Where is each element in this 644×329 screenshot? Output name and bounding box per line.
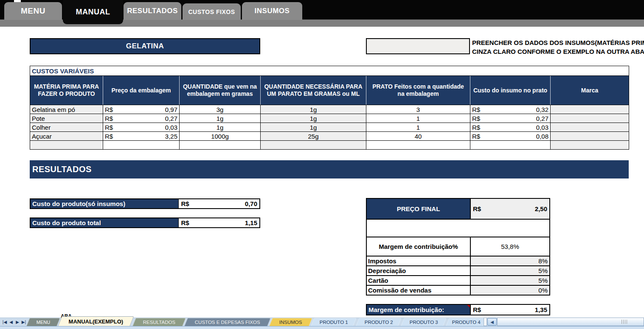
- cell-qty-package[interactable]: [180, 141, 261, 150]
- top-tab-custos-fixos[interactable]: CUSTOS FIXOS: [183, 3, 241, 20]
- sheet-tab-manual-exemplo-active[interactable]: MANUAL(EXEMPLO): [58, 316, 134, 326]
- table-row-empty: [30, 141, 629, 150]
- cell-qty-needed[interactable]: 25g: [261, 132, 366, 141]
- top-tab-resultados[interactable]: RESULTADOS: [124, 2, 181, 20]
- cell-qty-package[interactable]: 1000g: [180, 132, 261, 141]
- tab-scrollbar-splitter[interactable]: [484, 318, 487, 326]
- cell-qty-needed[interactable]: 1g: [261, 105, 366, 114]
- cell-plates[interactable]: [366, 141, 470, 150]
- margin-percent-value[interactable]: 53,8%: [470, 237, 549, 256]
- cell-plates[interactable]: 40: [366, 132, 470, 141]
- cell-plates[interactable]: 1: [366, 114, 470, 123]
- table-row: Gelatina em pó R$0,97 3g 1g 3 R$0,32: [30, 105, 629, 114]
- results-banner: RESULTADOS: [30, 160, 629, 178]
- cell-cost[interactable]: R$0,08: [470, 132, 551, 141]
- cell-brand[interactable]: [551, 132, 629, 141]
- deduction-value[interactable]: 0%: [470, 286, 549, 295]
- example-gray-input-box[interactable]: [366, 38, 470, 54]
- deduction-row-depreciacao: Depreciação 5%: [367, 265, 549, 275]
- sheet-nav-last-icon[interactable]: ▶|: [21, 318, 27, 325]
- cell-cost[interactable]: R$0,27: [470, 114, 551, 123]
- deduction-value[interactable]: 5%: [470, 276, 549, 285]
- cell-name[interactable]: Açucar: [30, 132, 103, 141]
- cost-insumos-row: Custo do produto(só insumos) R$0,70: [30, 198, 260, 209]
- header-preco-embalagem: Preço da embalagem: [103, 76, 180, 105]
- margin-contribution-value[interactable]: R$1,35: [470, 305, 549, 315]
- deduction-value[interactable]: 8%: [470, 257, 549, 265]
- spreadsheet-window: MENU MANUAL RESULTADOS CUSTOS FIXOS INSU…: [0, 0, 644, 329]
- sheet-tab-insumos[interactable]: INSUMOS: [269, 318, 312, 326]
- margin-percent-label: Margem de contribuição%: [367, 237, 470, 256]
- final-price-value[interactable]: R$2,50: [470, 199, 549, 219]
- cell-price[interactable]: R$3,25: [103, 132, 180, 141]
- window-bottom-strip: [0, 326, 644, 329]
- deduction-label: Comissão de vendas: [367, 286, 470, 295]
- deduction-value[interactable]: 5%: [470, 266, 549, 275]
- pricing-empty-row: [367, 219, 549, 237]
- header-materia-prima: MATÉRIA PRIMA PARA FAZER O PRODUTO: [30, 76, 103, 105]
- cell-name[interactable]: Colher: [30, 123, 103, 132]
- deduction-label: Cartão: [367, 276, 470, 285]
- top-tab-menu[interactable]: MENU: [4, 2, 62, 20]
- product-title-banner: GELATINA: [30, 38, 260, 54]
- table-row: Pote R$0,27 1g 1g 1 R$0,27: [30, 114, 629, 123]
- sheet-tab-menu[interactable]: MENU: [26, 318, 60, 326]
- cell-qty-needed[interactable]: 1g: [261, 123, 366, 132]
- comment-indicator-icon: [467, 305, 470, 308]
- cell-brand[interactable]: [551, 123, 629, 132]
- cost-insumos-label: Custo do produto(só insumos): [31, 199, 178, 208]
- table-row: Açucar R$3,25 1000g 25g 40 R$0,08: [30, 132, 629, 141]
- cell-brand[interactable]: [551, 141, 629, 150]
- instructions-line-1: PREENCHER OS DADOS DOS INSUMOS(MATÉRIAS …: [472, 38, 644, 47]
- deduction-row-impostos: Impostos 8%: [367, 256, 549, 265]
- final-price-label: PREÇO FINAL: [367, 199, 470, 219]
- cell-price[interactable]: R$0,03: [103, 123, 180, 132]
- cell-plates[interactable]: 1: [366, 123, 470, 132]
- cell-qty-package[interactable]: 1g: [180, 123, 261, 132]
- cell-qty-needed[interactable]: 1g: [261, 114, 366, 123]
- cell-qty-package[interactable]: 1g: [180, 114, 261, 123]
- sheet-nav-next-icon[interactable]: ▶: [14, 318, 20, 325]
- table-title: CUSTOS VARIÁVEIS: [30, 66, 629, 76]
- cell-qty-needed[interactable]: [261, 141, 366, 150]
- header-marca: Marca: [551, 76, 629, 105]
- table-header-row: MATÉRIA PRIMA PARA FAZER O PRODUTO Preço…: [30, 76, 629, 105]
- sheet-tab-produto-3[interactable]: PRODUTO 3: [401, 318, 447, 326]
- cost-insumos-value[interactable]: R$0,70: [178, 199, 259, 208]
- sheet-tab-resultados[interactable]: RESULTADOS: [132, 318, 186, 326]
- cell-qty-package[interactable]: 3g: [180, 105, 261, 114]
- top-tab-insumos[interactable]: INSUMOS: [242, 2, 302, 20]
- deduction-row-comissao: Comissão de vendas 0%: [367, 285, 549, 295]
- cost-total-value[interactable]: R$1,15: [178, 218, 259, 227]
- deduction-row-cartao: Cartão 5%: [367, 275, 549, 285]
- cell-name[interactable]: Gelatina em pó: [30, 105, 103, 114]
- deduction-label: Depreciação: [367, 266, 470, 275]
- sheet-nav-first-icon[interactable]: |◀: [2, 318, 8, 325]
- final-price-row: PREÇO FINAL R$2,50: [367, 199, 549, 219]
- sheet-tab-produto-1[interactable]: PRODUTO 1: [311, 318, 357, 326]
- cell-name[interactable]: [30, 141, 103, 150]
- cell-cost[interactable]: [470, 141, 551, 150]
- sheet-tab-produto-4[interactable]: PRODUTO 4: [446, 318, 487, 326]
- cell-name[interactable]: Pote: [30, 114, 103, 123]
- header-quantidade-necessaria: QUANTIDADE NECESSÁRIA PARA UM PARATO EM …: [261, 76, 366, 105]
- cell-plates[interactable]: 3: [366, 105, 470, 114]
- cell-cost[interactable]: R$0,03: [470, 123, 551, 132]
- cell-price[interactable]: R$0,27: [103, 114, 180, 123]
- top-tab-manual-active[interactable]: MANUAL: [63, 0, 123, 24]
- cell-brand[interactable]: [551, 114, 629, 123]
- sheet-tab-produto-2[interactable]: PRODUTO 2: [356, 318, 402, 326]
- cell-price[interactable]: R$0,97: [103, 105, 180, 114]
- cell-cost[interactable]: R$0,32: [470, 105, 551, 114]
- sheet-nav-prev-icon[interactable]: ◀: [8, 318, 14, 325]
- cost-total-row: Custo do produto total R$1,15: [30, 217, 260, 228]
- cell-price[interactable]: [103, 141, 180, 150]
- cell-brand[interactable]: [551, 105, 629, 114]
- header-pratos-feitos: PRATO Feitos com a quantidade na embalag…: [366, 76, 470, 105]
- instructions-line-2: CINZA CLARO CONFORME O EXEMPLO NA OUTRA …: [472, 47, 644, 56]
- scrollbar-grip-icon[interactable]: [622, 320, 628, 324]
- margin-percent-row: Margem de contribuição% 53,8%: [367, 237, 549, 256]
- variable-costs-table: CUSTOS VARIÁVEIS MATÉRIA PRIMA PARA FAZE…: [30, 66, 629, 150]
- hscroll-left-arrow-icon[interactable]: ◀: [487, 318, 497, 326]
- sheet-tab-custos-e-depesas-fixos[interactable]: CUSTOS E DEPESAS FIXOS: [184, 318, 271, 326]
